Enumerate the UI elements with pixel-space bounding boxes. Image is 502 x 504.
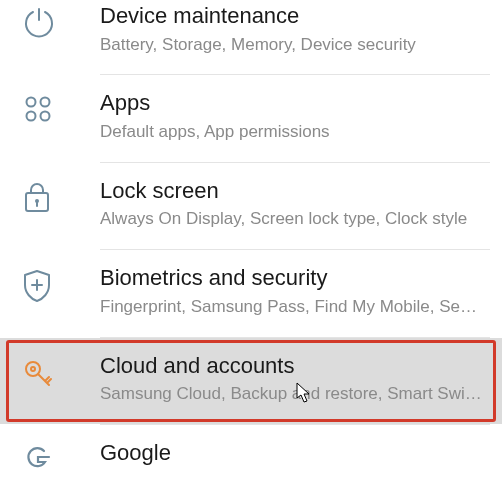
settings-item-google[interactable]: Google <box>0 425 502 477</box>
item-title: Cloud and accounts <box>100 352 484 380</box>
item-subtitle: Always On Display, Screen lock type, Clo… <box>100 208 484 231</box>
item-subtitle: Default apps, App permissions <box>100 121 484 144</box>
lock-icon <box>22 177 70 215</box>
settings-item-cloud-accounts[interactable]: Cloud and accounts Samsung Cloud, Backup… <box>0 338 502 424</box>
svg-point-2 <box>41 98 50 107</box>
settings-item-apps[interactable]: Apps Default apps, App permissions <box>0 75 502 161</box>
shield-plus-icon <box>22 264 70 304</box>
svg-point-4 <box>41 112 50 121</box>
item-title: Apps <box>100 89 484 117</box>
google-g-icon <box>22 439 70 475</box>
power-arc-icon <box>22 2 70 40</box>
settings-item-biometrics-security[interactable]: Biometrics and security Fingerprint, Sam… <box>0 250 502 336</box>
svg-point-3 <box>27 112 36 121</box>
apps-grid-icon <box>22 89 70 125</box>
settings-item-device-maintenance[interactable]: Device maintenance Battery, Storage, Mem… <box>0 0 502 74</box>
item-subtitle: Battery, Storage, Memory, Device securit… <box>100 34 484 57</box>
item-title: Lock screen <box>100 177 484 205</box>
item-subtitle: Fingerprint, Samsung Pass, Find My Mobil… <box>100 296 484 319</box>
item-subtitle: Samsung Cloud, Backup and restore, Smart… <box>100 383 484 406</box>
item-title: Device maintenance <box>100 2 484 30</box>
item-title: Google <box>100 439 484 467</box>
settings-list: Device maintenance Battery, Storage, Mem… <box>0 0 502 477</box>
settings-screen: Device maintenance Battery, Storage, Mem… <box>0 0 502 504</box>
item-title: Biometrics and security <box>100 264 484 292</box>
key-icon <box>22 352 70 390</box>
settings-item-lock-screen[interactable]: Lock screen Always On Display, Screen lo… <box>0 163 502 249</box>
svg-point-1 <box>27 98 36 107</box>
svg-point-11 <box>31 367 35 371</box>
